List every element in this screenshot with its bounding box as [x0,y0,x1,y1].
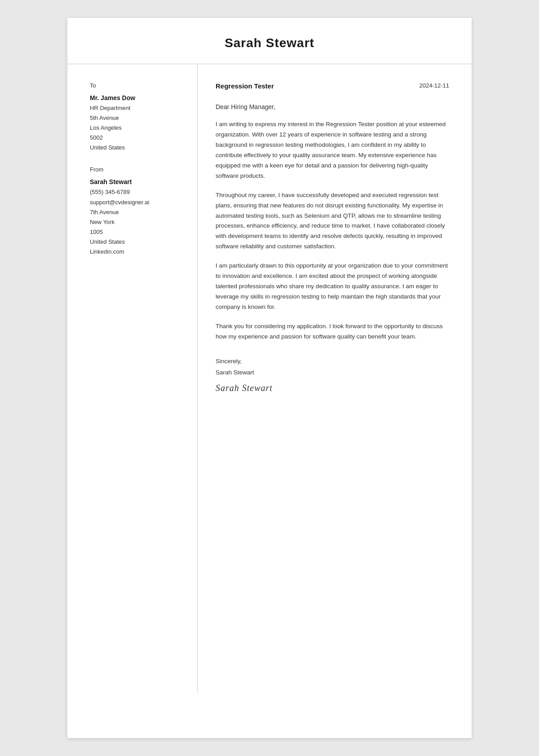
job-title: Regression Tester [216,82,274,90]
job-header: Regression Tester 2024-12-11 [216,82,449,90]
page-title: Sarah Stewart [76,36,463,50]
closing-name: Sarah Stewart [216,367,449,378]
left-column: To Mr. James Dow HR Department 5th Avenu… [67,64,198,693]
from-label: From [90,166,184,173]
letter-date: 2024-12-11 [420,82,450,89]
recipient-city: Los Angeles [90,123,184,133]
paragraph-2: Throughout my career, I have successfull… [216,190,449,252]
paragraph-3: I am particularly drawn to this opportun… [216,261,449,312]
sender-name: Sarah Stewart [90,178,184,185]
recipient-country: United States [90,143,184,153]
paragraph-1: I am writing to express my interest in t… [216,119,449,181]
sender-website: Linkedin.com [90,247,184,257]
recipient-department: HR Department [90,103,184,113]
recipient-street: 5th Avenue [90,113,184,123]
sender-country: United States [90,237,184,247]
recipient-name: Mr. James Dow [90,94,184,101]
content-area: To Mr. James Dow HR Department 5th Avenu… [67,64,472,693]
to-label: To [90,82,184,89]
sender-city: New York [90,217,184,227]
sender-zip: 1005 [90,227,184,237]
paragraph-4: Thank you for considering my application… [216,321,449,342]
sender-street: 7th Avenue [90,207,184,217]
right-column: Regression Tester 2024-12-11 Dear Hiring… [198,64,472,693]
closing-section: Sincerely, Sarah Stewart [216,356,449,378]
from-section: From Sarah Stewart (555) 345-6789 suppor… [90,166,184,257]
to-section: To Mr. James Dow HR Department 5th Avenu… [90,82,184,153]
salutation: Dear Hiring Manager, [216,103,449,110]
signature: Sarah Stewart [216,383,449,393]
sender-email: support@cvdesigner.ai [90,198,184,207]
header-section: Sarah Stewart [67,18,472,64]
letter-body: I am writing to express my interest in t… [216,119,449,342]
sender-phone: (555) 345-6789 [90,187,184,197]
recipient-zip: 5002 [90,133,184,143]
cover-letter-page: Sarah Stewart To Mr. James Dow HR Depart… [67,18,472,738]
closing-text: Sincerely, [216,356,449,367]
